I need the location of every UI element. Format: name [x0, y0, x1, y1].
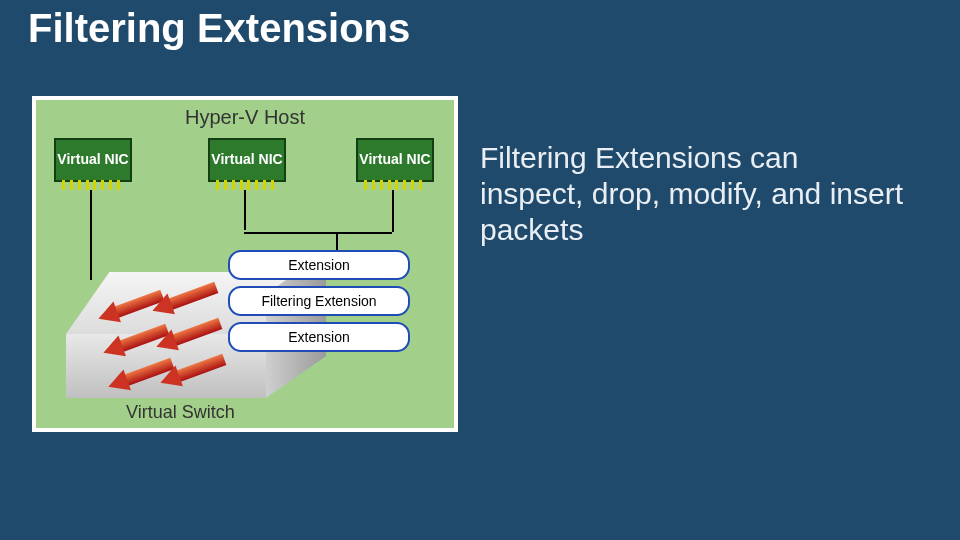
slide-description: Filtering Extensions can inspect, drop, … — [480, 140, 910, 248]
virtual-switch-label: Virtual Switch — [126, 402, 235, 423]
slide-title: Filtering Extensions — [28, 6, 410, 51]
connector-icon — [216, 180, 274, 190]
wire-icon — [244, 190, 246, 230]
architecture-diagram: Hyper-V Host Virtual NIC Virtual NIC Vir… — [32, 96, 458, 432]
wire-icon — [336, 232, 338, 252]
virtual-nic-1: Virtual NIC — [54, 138, 132, 182]
extension-box-1: Extension — [228, 250, 410, 280]
wire-icon — [392, 190, 394, 232]
connector-icon — [364, 180, 422, 190]
wire-icon — [244, 232, 392, 234]
virtual-nic-3: Virtual NIC — [356, 138, 434, 182]
wire-icon — [90, 190, 92, 280]
extension-box-filtering: Filtering Extension — [228, 286, 410, 316]
extension-box-3: Extension — [228, 322, 410, 352]
virtual-nic-2: Virtual NIC — [208, 138, 286, 182]
connector-icon — [62, 180, 120, 190]
host-label: Hyper-V Host — [36, 106, 454, 129]
